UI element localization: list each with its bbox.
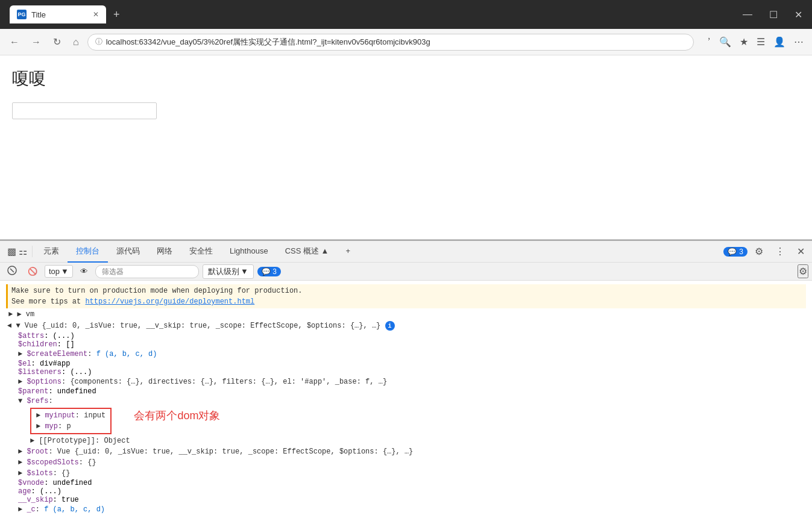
tab-security[interactable]: 安全性 <box>181 241 221 263</box>
level-arrow-icon: ▼ <box>241 267 248 276</box>
vue-line: ◄ ▼ Vue {_uid: 0, _isVue: true, __v_skip… <box>7 322 395 330</box>
refs-children: ► myinput: input ► myp: p 会有两个dom对象 <box>6 407 806 435</box>
zoom-button[interactable]: 🔍 <box>717 34 734 50</box>
vm-label: ▶ vm <box>17 310 34 319</box>
more-button[interactable]: ⋯ <box>792 34 806 50</box>
devtools-settings-button[interactable]: ⚙ <box>750 243 768 260</box>
slots-row[interactable]: ► $slots: {} <box>6 468 806 479</box>
console-settings-button[interactable]: ⚙ <box>798 264 808 278</box>
tab-favicon: PG <box>17 10 27 19</box>
page-content: 嗄嗄 <box>0 55 812 240</box>
myp-row[interactable]: ► myp: p <box>36 421 105 432</box>
minimize-button[interactable]: — <box>738 7 757 22</box>
eye-button[interactable]: 👁 <box>77 266 92 277</box>
svg-line-1 <box>10 269 14 272</box>
refs-box: ► myinput: input ► myp: p <box>30 408 112 434</box>
tab-sources[interactable]: 源代码 <box>108 241 148 263</box>
home-button[interactable]: ⌂ <box>69 34 83 50</box>
warn-message: Make sure to turn on production mode whe… <box>6 284 806 308</box>
info-icon: i <box>385 321 395 331</box>
tab-title: Title <box>31 10 46 19</box>
collections-button[interactable]: ☰ <box>754 34 767 50</box>
options-row[interactable]: ► $options: {components: {…}, directives… <box>6 376 806 387</box>
security-icon: ⓘ <box>95 37 102 47</box>
refs-expand-icon: ▼ <box>18 397 27 405</box>
tab-elements[interactable]: 元素 <box>35 241 68 263</box>
close-button[interactable]: ✕ <box>790 7 807 23</box>
listeners-row: $listeners: (...) <box>6 368 806 376</box>
warn-line2-text: See more tips at <box>11 298 85 306</box>
devtools-close-button[interactable]: ✕ <box>792 243 810 260</box>
prohibit-button[interactable]: 🚫 <box>24 266 41 277</box>
attrs-row: $attrs: (...) <box>6 332 806 340</box>
scopedSlots-row[interactable]: ► $scopedSlots: {} <box>6 457 806 468</box>
tab-console[interactable]: 控制台 <box>68 241 108 263</box>
myinput-row[interactable]: ► myinput: input <box>36 410 105 421</box>
vnode-row: $vnode: undefined <box>6 479 806 487</box>
title-bar: PG Title ✕ + — ☐ ✕ <box>0 0 812 29</box>
read-mode-button[interactable]: ︐ <box>699 34 713 50</box>
prototype-row[interactable]: ► [[Prototype]]: Object <box>6 435 806 446</box>
refs-row[interactable]: ▼ $refs: <box>6 396 806 407</box>
devtools-device-icon[interactable]: ⚏ <box>19 246 27 257</box>
forward-button[interactable]: → <box>28 34 45 50</box>
favorites-button[interactable]: ★ <box>737 34 751 50</box>
root-row[interactable]: ► $root: Vue {_uid: 0, _isVue: true, __v… <box>6 446 806 457</box>
address-bar[interactable]: ⓘ localhost:63342/vue_day05/3%20ref属性实现父… <box>87 34 694 51</box>
clear-icon <box>7 266 17 275</box>
reload-button[interactable]: ↻ <box>49 34 65 50</box>
c-row[interactable]: ► _c: f (a, b, c, d) <box>6 504 806 515</box>
profile-button[interactable]: 👤 <box>771 34 788 50</box>
url-text: localhost:63342/vue_day05/3%20ref属性实现父子通… <box>106 37 430 48</box>
children-key: $children <box>18 340 57 349</box>
deployment-link[interactable]: https://vuejs.org/guide/deployment.html <box>85 298 254 306</box>
expand-icon: ► <box>18 350 27 358</box>
myp-expand: ► <box>36 422 45 431</box>
myinput-expand: ► <box>36 411 45 420</box>
vm-expand-icon: ► <box>8 310 17 319</box>
devtools-panel: ▩ ⚏ 元素 控制台 源代码 网络 安全性 Lighthouse CSS <box>0 240 812 530</box>
devtools-tab-bar: ▩ ⚏ 元素 控制台 源代码 网络 安全性 Lighthouse CSS <box>0 241 812 263</box>
annotation-text: 会有两个dom对象 <box>134 410 220 422</box>
parent-row: $parent: undefined <box>6 387 806 396</box>
page-input[interactable] <box>12 102 157 119</box>
back-button[interactable]: ← <box>6 34 23 50</box>
age-row: age: (...) <box>6 487 806 496</box>
toolbar-message-badge: 💬 3 <box>257 267 281 276</box>
log-level-dropdown[interactable]: 默认级别 ▼ <box>203 264 254 279</box>
createElement-row[interactable]: ► $createElement: f (a, b, c, d) <box>6 349 806 360</box>
browser-actions: ︐ 🔍 ★ ☰ 👤 ⋯ <box>699 34 806 50</box>
browser-tab[interactable]: PG Title ✕ <box>10 5 106 23</box>
tab-close-button[interactable]: ✕ <box>93 10 99 19</box>
new-tab-button[interactable]: + <box>109 6 125 23</box>
tab-more[interactable]: + <box>337 241 359 263</box>
devtools-screen-icon[interactable]: ▩ <box>7 246 16 257</box>
page-title: 嗄嗄 <box>12 67 800 90</box>
console-toolbar: 🚫 top ▼ 👁 默认级别 ▼ 💬 3 ⚙ <box>0 263 812 281</box>
console-message-badge: 💬 3 <box>723 247 747 257</box>
tab-css-overview[interactable]: CSS 概述 ▲ <box>277 241 338 263</box>
address-bar-row: ← → ↻ ⌂ ⓘ localhost:63342/vue_day05/3%20… <box>0 29 812 55</box>
devtools-actions: 💬 3 ⚙ ⋮ ✕ <box>723 243 810 260</box>
message-icon: 💬 <box>728 248 737 256</box>
filter-input[interactable] <box>95 265 199 278</box>
vm-tree-row[interactable]: ► ▶ vm <box>6 308 806 320</box>
vue-tree-row[interactable]: ◄ ▼ Vue {_uid: 0, _isVue: true, __v_skip… <box>6 320 806 332</box>
expand-icon2: ► <box>18 378 27 386</box>
maximize-button[interactable]: ☐ <box>764 7 782 23</box>
window-controls: — ☐ ✕ <box>738 7 807 23</box>
toolbar-bubble-icon: 💬 <box>262 267 271 276</box>
context-dropdown[interactable]: top ▼ <box>45 265 73 278</box>
devtools-more-button[interactable]: ⋮ <box>770 243 790 260</box>
browser-window: PG Title ✕ + — ☐ ✕ ← → ↻ ⌂ ⓘ localhost:6… <box>0 0 812 530</box>
el-row: $el: div#app <box>6 360 806 368</box>
warn-line1: Make sure to turn on production mode whe… <box>11 287 302 295</box>
children-row: $children: [] <box>6 340 806 349</box>
tab-lighthouse[interactable]: Lighthouse <box>221 241 277 263</box>
dropdown-arrow-icon: ▼ <box>61 267 69 276</box>
attrs-key: $attrs <box>18 332 44 340</box>
tab-network[interactable]: 网络 <box>148 241 181 263</box>
vskip-row: __v_skip: true <box>6 496 806 504</box>
console-output: Make sure to turn on production mode whe… <box>0 281 812 530</box>
clear-console-button[interactable] <box>4 264 20 278</box>
